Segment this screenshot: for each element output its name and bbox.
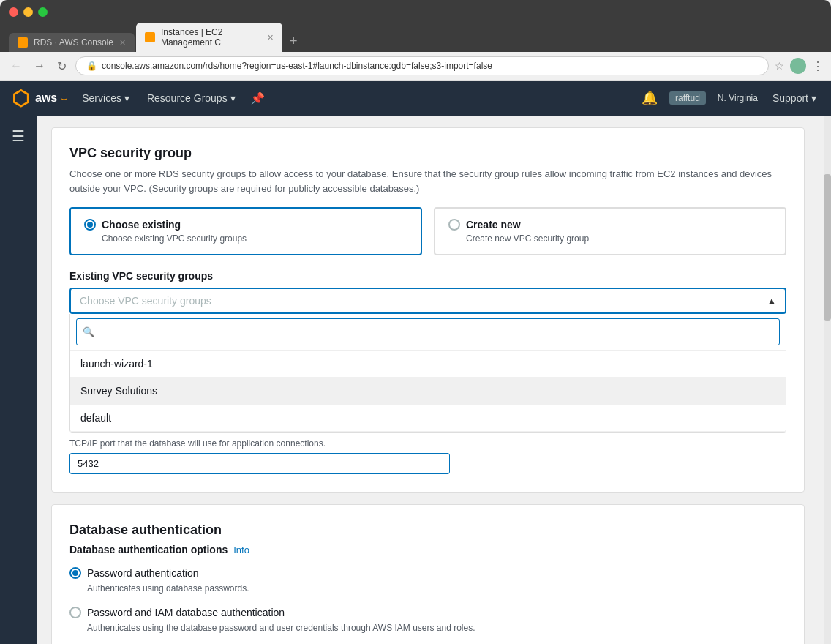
tab-label-2: Instances | EC2 Management C (161, 27, 261, 48)
lock-icon: 🔒 (86, 61, 97, 71)
dropdown-item-default[interactable]: default (70, 405, 786, 432)
database-auth-section: Database authentication Database authent… (51, 504, 805, 644)
tab-label-1: RDS · AWS Console (34, 37, 113, 48)
password-auth-label: Password authentication (87, 567, 199, 579)
avatar-icon (790, 58, 806, 74)
services-nav[interactable]: Services ▾ (79, 92, 132, 104)
dropdown-item-label: default (80, 412, 111, 424)
dropdown-item-launch-wizard[interactable]: launch-wizard-1 (70, 351, 786, 378)
choose-existing-card[interactable]: Choose existing Choose existing VPC secu… (69, 207, 422, 255)
create-new-radio[interactable] (448, 219, 460, 231)
aws-logo[interactable]: ⬡ aws ⌣ (12, 86, 67, 111)
db-auth-options-label: Database authentication options (69, 544, 228, 555)
aws-smile-icon: ⌣ (61, 92, 67, 105)
traffic-light-red[interactable] (9, 7, 18, 17)
dropdown-placeholder: Choose VPC security groups (80, 295, 211, 307)
create-new-card[interactable]: Create new Create new VPC security group (434, 207, 786, 255)
support-chevron-icon: ▾ (811, 92, 816, 104)
dropdown-item-label: launch-wizard-1 (80, 358, 153, 370)
dropdown-trigger[interactable]: Choose VPC security groups ▲ (69, 288, 786, 314)
info-link[interactable]: Info (233, 544, 249, 555)
password-auth-desc: Authenticates using database passwords. (69, 582, 786, 595)
existing-groups-label: Existing VPC security groups (69, 270, 786, 282)
dropdown-menu: 🔍 launch-wizard-1 Survey Solutions defau… (69, 314, 786, 433)
create-new-desc: Create new VPC security group (448, 233, 772, 244)
aws-logo-icon: ⬡ (12, 86, 29, 111)
bell-icon[interactable]: 🔔 (642, 90, 658, 106)
refresh-button[interactable]: ↻ (54, 58, 69, 75)
browser-menu-button[interactable]: ⋮ (812, 59, 824, 73)
vpc-section-desc: Choose one or more RDS security groups t… (69, 167, 786, 195)
sidebar-menu-icon[interactable]: ☰ (12, 127, 25, 145)
auth-option-password[interactable]: Password authentication Authenticates us… (69, 567, 786, 595)
create-new-label: Create new (466, 219, 521, 231)
port-input[interactable] (69, 453, 450, 474)
port-note: TCP/IP port that the database will use f… (69, 438, 786, 449)
dropdown-search-container: 🔍 (70, 314, 786, 351)
tab-close-2[interactable]: ✕ (267, 33, 274, 42)
scrollbar-thumb[interactable] (824, 174, 831, 321)
dropdown-item-survey-solutions[interactable]: Survey Solutions (70, 378, 786, 405)
search-icon: 🔍 (83, 326, 94, 337)
choose-existing-radio[interactable] (84, 219, 96, 231)
address-url[interactable]: console.aws.amazon.com/rds/home?region=u… (102, 61, 492, 71)
bookmark-button[interactable]: ☆ (775, 60, 784, 72)
choose-existing-desc: Choose existing VPC security groups (84, 233, 407, 244)
browser-tab-1[interactable]: RDS · AWS Console ✕ (9, 33, 135, 52)
dropdown-item-label: Survey Solutions (80, 385, 157, 397)
aws-logo-text: aws (35, 91, 57, 105)
choose-existing-label: Choose existing (102, 219, 181, 231)
resource-groups-chevron-icon: ▾ (230, 92, 236, 104)
scrollbar-track[interactable] (824, 116, 831, 644)
vpc-section-title: VPC security group (69, 146, 786, 161)
dropdown-arrow-icon: ▲ (767, 296, 776, 306)
db-auth-title: Database authentication (69, 523, 786, 538)
password-auth-radio[interactable] (69, 567, 81, 579)
support-nav[interactable]: Support ▾ (770, 92, 819, 104)
tab-close-1[interactable]: ✕ (119, 38, 126, 48)
iam-auth-label: Password and IAM database authentication (87, 607, 285, 618)
vpc-security-dropdown[interactable]: Choose VPC security groups ▲ 🔍 launch-wi… (69, 288, 786, 433)
vpc-security-group-section: VPC security group Choose one or more RD… (51, 127, 805, 493)
traffic-light-green[interactable] (38, 7, 48, 17)
iam-auth-radio[interactable] (69, 607, 81, 618)
pin-icon[interactable]: 📌 (250, 91, 265, 105)
forward-button[interactable]: → (31, 58, 48, 74)
tab-favicon-2 (145, 32, 155, 42)
resource-groups-nav[interactable]: Resource Groups ▾ (144, 92, 238, 104)
traffic-light-yellow[interactable] (23, 7, 33, 17)
new-tab-button[interactable]: + (284, 31, 304, 52)
browser-tab-2[interactable]: Instances | EC2 Management C ✕ (136, 23, 282, 52)
tab-favicon-1 (18, 37, 28, 48)
back-button[interactable]: ← (7, 58, 25, 74)
user-label[interactable]: rafftud (669, 91, 706, 105)
dropdown-search-input[interactable] (99, 322, 773, 342)
auth-option-iam[interactable]: Password and IAM database authentication… (69, 607, 786, 634)
region-label[interactable]: N. Virginia (718, 93, 758, 103)
iam-auth-desc: Authenticates using the database passwor… (69, 621, 786, 634)
services-chevron-icon: ▾ (124, 92, 129, 104)
